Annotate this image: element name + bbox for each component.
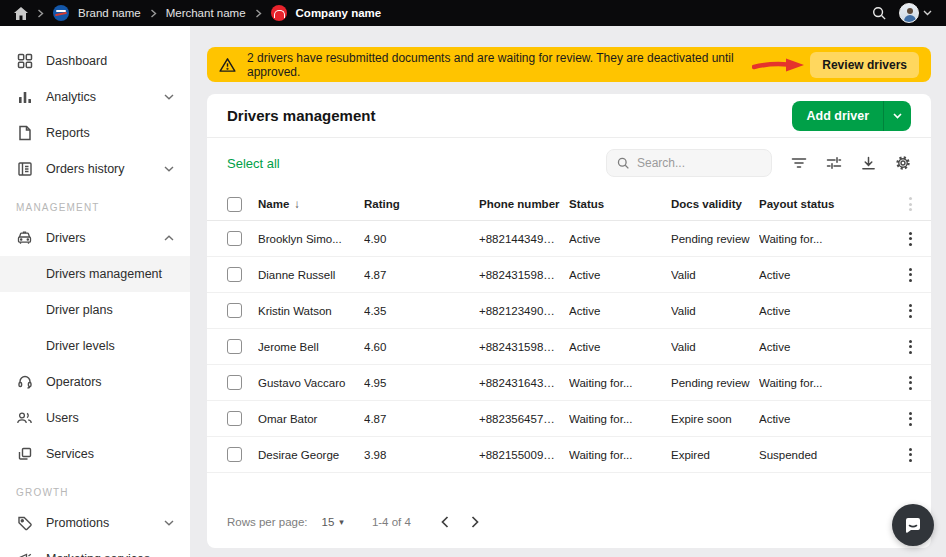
chevron-down-icon [164, 94, 174, 100]
add-driver-button[interactable]: Add driver [792, 101, 911, 131]
row-actions-menu-icon[interactable] [904, 408, 917, 430]
sidebar-item-driver-levels[interactable]: Driver levels [0, 328, 190, 364]
sidebar-item-label: Services [46, 447, 94, 461]
cell-phone: +8821443490279 [479, 233, 569, 245]
sidebar-item-label: Driver plans [46, 303, 113, 317]
sidebar-item-promotions[interactable]: Promotions [0, 505, 190, 541]
chevron-right-icon [255, 9, 262, 18]
search-icon[interactable] [872, 6, 887, 21]
table-row: Desirae George3.98+8821550098630Waiting … [207, 437, 931, 473]
column-header-status[interactable]: Status [569, 198, 671, 210]
dashboard-icon [16, 53, 33, 70]
sidebar-section-growth: GROWTH [0, 472, 190, 505]
cell-rating: 4.60 [364, 341, 479, 353]
row-actions-menu-icon[interactable] [904, 264, 917, 286]
main-content: 2 drivers have resubmitted documents and… [190, 26, 946, 557]
layers-icon [16, 446, 33, 463]
chevron-down-icon[interactable] [884, 101, 911, 131]
cell-payout: Active [759, 269, 889, 281]
sidebar-item-label: Analytics [46, 90, 96, 104]
sidebar-item-driver-plans[interactable]: Driver plans [0, 292, 190, 328]
sidebar-item-label: Orders history [46, 162, 125, 176]
sidebar-item-drivers-management[interactable]: Drivers management [0, 256, 190, 292]
cell-rating: 4.87 [364, 413, 479, 425]
select-all-checkbox[interactable] [227, 197, 242, 212]
row-actions-menu-icon[interactable] [904, 228, 917, 250]
column-header-name[interactable]: Name↓ [258, 198, 364, 210]
sidebar-item-users[interactable]: Users [0, 400, 190, 436]
row-checkbox[interactable] [227, 447, 242, 462]
row-checkbox[interactable] [227, 303, 242, 318]
cell-rating: 4.35 [364, 305, 479, 317]
add-driver-label[interactable]: Add driver [792, 101, 883, 131]
sidebar-item-operators[interactable]: Operators [0, 364, 190, 400]
sidebar-item-label: Dashboard [46, 54, 107, 68]
download-icon[interactable] [861, 156, 876, 171]
avatar[interactable] [899, 3, 919, 23]
sidebar-item-drivers[interactable]: Drivers [0, 220, 190, 256]
row-checkbox[interactable] [227, 411, 242, 426]
chevron-right-icon [150, 9, 157, 18]
breadcrumb-merchant[interactable]: Merchant name [166, 7, 246, 19]
cell-name: Dianne Russell [258, 269, 364, 281]
card-header: Drivers management Add driver [207, 94, 931, 138]
column-header-phone[interactable]: Phone number [479, 198, 569, 210]
chat-launcher-button[interactable] [892, 504, 934, 546]
row-checkbox[interactable] [227, 267, 242, 282]
sidebar-section-management: MANAGEMENT [0, 187, 190, 220]
chevron-down-icon [164, 166, 174, 172]
cell-payout: Active [759, 341, 889, 353]
search-input[interactable] [637, 156, 761, 170]
row-checkbox[interactable] [227, 231, 242, 246]
tune-icon[interactable] [826, 156, 842, 170]
sidebar-item-analytics[interactable]: Analytics [0, 79, 190, 115]
sidebar-item-dashboard[interactable]: Dashboard [0, 43, 190, 79]
cell-status: Active [569, 341, 671, 353]
row-checkbox[interactable] [227, 375, 242, 390]
table-body: Brooklyn Simo...4.90+8821443490279Active… [207, 221, 931, 473]
column-header-payout[interactable]: Payout status [759, 198, 889, 210]
breadcrumb-brand[interactable]: Brand name [78, 7, 141, 19]
breadcrumb-company[interactable]: Company name [296, 7, 382, 19]
sidebar-item-reports[interactable]: Reports [0, 115, 190, 151]
chevron-down-icon [164, 520, 174, 526]
cell-docs: Expired [671, 449, 759, 461]
column-header-docs[interactable]: Docs validity [671, 198, 759, 210]
row-actions-menu-icon[interactable] [904, 336, 917, 358]
cell-status: Waiting for... [569, 377, 671, 389]
filter-icon[interactable] [791, 156, 807, 170]
sidebar-item-label: Driver levels [46, 339, 115, 353]
column-header-menu-icon[interactable] [904, 193, 917, 215]
rows-per-page-select[interactable]: 15 ▾ [322, 516, 344, 528]
sidebar-item-label: Operators [46, 375, 102, 389]
caret-down-icon: ▾ [339, 517, 344, 527]
home-icon[interactable] [14, 7, 28, 20]
user-menu[interactable] [899, 3, 932, 23]
select-all-link[interactable]: Select all [227, 156, 280, 171]
column-header-rating[interactable]: Rating [364, 198, 479, 210]
next-page-icon[interactable] [471, 516, 479, 528]
sidebar-item-orders-history[interactable]: Orders history [0, 151, 190, 187]
sidebar-item-marketing-services[interactable]: Marketing services [0, 541, 190, 557]
search-box[interactable] [606, 149, 772, 177]
table-header: Name↓ Rating Phone number Status Docs va… [207, 188, 931, 221]
sidebar-item-services[interactable]: Services [0, 436, 190, 472]
previous-page-icon[interactable] [441, 516, 449, 528]
cell-payout: Waiting for... [759, 377, 889, 389]
cell-docs: Valid [671, 341, 759, 353]
gear-icon[interactable] [895, 155, 911, 171]
cell-rating: 4.87 [364, 269, 479, 281]
brand-logo[interactable] [53, 5, 69, 21]
pagination: Rows per page: 15 ▾ 1-4 of 4 [207, 496, 931, 548]
row-actions-menu-icon[interactable] [904, 372, 917, 394]
cell-name: Jerome Bell [258, 341, 364, 353]
row-actions-menu-icon[interactable] [904, 444, 917, 466]
cell-rating: 4.95 [364, 377, 479, 389]
banner-message: 2 drivers have resubmitted documents and… [247, 51, 741, 79]
row-checkbox[interactable] [227, 339, 242, 354]
row-actions-menu-icon[interactable] [904, 300, 917, 322]
sort-descending-icon: ↓ [294, 198, 300, 210]
company-logo[interactable] [271, 5, 287, 21]
cell-phone: +8824316430343 [479, 377, 569, 389]
review-drivers-button[interactable]: Review drivers [810, 52, 919, 78]
